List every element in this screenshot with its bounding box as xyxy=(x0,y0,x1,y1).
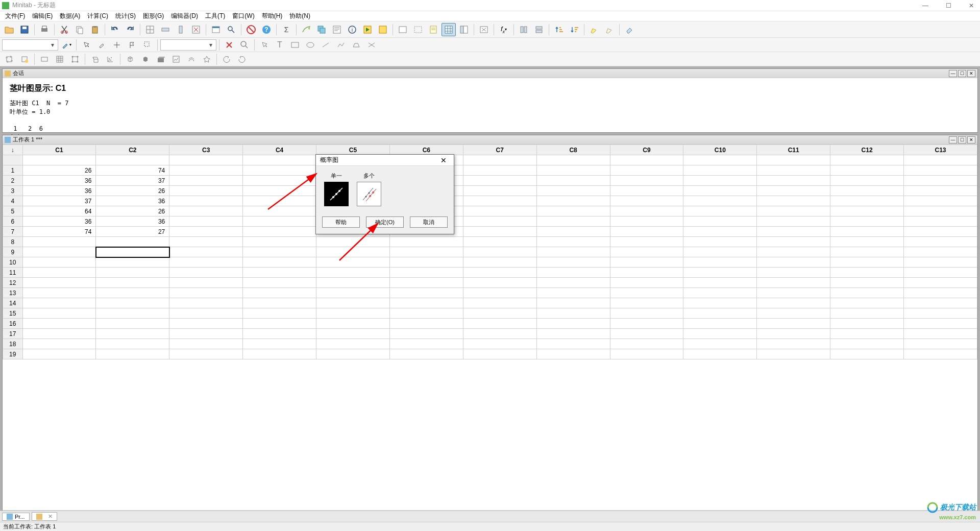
worksheet-close-button[interactable]: ✕ xyxy=(967,136,975,143)
cell-C1-17[interactable] xyxy=(22,329,96,339)
cell-C6-18[interactable] xyxy=(389,339,463,349)
assistant-icon[interactable] xyxy=(299,23,313,36)
cell-C11-1[interactable] xyxy=(757,165,830,176)
row-header-15[interactable]: 15 xyxy=(3,308,23,319)
cell-C1-9[interactable] xyxy=(22,247,96,257)
cancel-button[interactable]: 取消 xyxy=(410,216,448,228)
crop-gear-icon[interactable] xyxy=(17,53,32,66)
3d-scatter-icon[interactable] xyxy=(103,53,117,66)
crop2-icon[interactable] xyxy=(68,53,82,66)
col-name-C1[interactable] xyxy=(22,155,96,165)
cell-C1-11[interactable] xyxy=(22,268,96,278)
cell-C9-17[interactable] xyxy=(610,329,683,339)
cell-C5-12[interactable] xyxy=(316,278,390,288)
cell-C4-18[interactable] xyxy=(243,339,316,349)
cell-C10-5[interactable] xyxy=(683,206,757,216)
cell-C11-12[interactable] xyxy=(757,278,830,288)
row-header-11[interactable]: 11 xyxy=(3,268,23,278)
cell-C10-17[interactable] xyxy=(683,329,757,339)
cell-C7-14[interactable] xyxy=(463,298,536,308)
cell-C10-2[interactable] xyxy=(683,176,757,186)
cell-C1-1[interactable]: 26 xyxy=(22,165,96,176)
task-close-icon[interactable]: ✕ xyxy=(48,513,53,520)
cell-C2-19[interactable] xyxy=(96,349,169,359)
formula-icon[interactable]: fx▾ xyxy=(497,23,511,36)
menu-c[interactable]: 计算(C) xyxy=(84,11,111,21)
col-header-C11[interactable]: C11 xyxy=(757,145,830,155)
cell-C10-10[interactable] xyxy=(683,257,757,268)
cell-C1-18[interactable] xyxy=(22,339,96,349)
cell-C9-6[interactable] xyxy=(610,216,683,227)
cell-C10-8[interactable] xyxy=(683,237,757,247)
cell-C6-14[interactable] xyxy=(389,298,463,308)
info-icon[interactable]: i xyxy=(345,23,359,36)
copy-icon[interactable] xyxy=(72,23,87,36)
close-graphs-icon[interactable] xyxy=(477,23,491,36)
row-header-3[interactable]: 3 xyxy=(3,186,23,196)
worksheet-icon[interactable] xyxy=(442,23,456,36)
cell-C10-11[interactable] xyxy=(683,268,757,278)
cell-C12-19[interactable] xyxy=(830,349,904,359)
cell-C3-10[interactable] xyxy=(169,257,243,268)
run-icon[interactable] xyxy=(360,23,375,36)
cell-C5-16[interactable] xyxy=(316,319,390,329)
cell-C8-2[interactable] xyxy=(536,176,610,186)
col-header-C7[interactable]: C7 xyxy=(463,145,536,155)
row-header-5[interactable]: 5 xyxy=(3,206,23,216)
cell-C9-7[interactable] xyxy=(610,227,683,237)
corner-cell[interactable]: ↓ xyxy=(3,145,23,155)
cell-C9-19[interactable] xyxy=(610,349,683,359)
print-icon[interactable] xyxy=(37,23,52,36)
cell-C6-10[interactable] xyxy=(389,257,463,268)
cell-C7-1[interactable] xyxy=(463,165,536,176)
cell-C13-5[interactable] xyxy=(904,206,977,216)
cell-C13-12[interactable] xyxy=(904,278,977,288)
col-name-C8[interactable] xyxy=(536,155,610,165)
cell-C10-3[interactable] xyxy=(683,186,757,196)
cell-C9-13[interactable] xyxy=(610,288,683,298)
cell-C8-10[interactable] xyxy=(536,257,610,268)
cell-C4-13[interactable] xyxy=(243,288,316,298)
cell-C8-18[interactable] xyxy=(536,339,610,349)
col-name-C10[interactable] xyxy=(683,155,757,165)
cell-C3-15[interactable] xyxy=(169,308,243,319)
cell-C3-19[interactable] xyxy=(169,349,243,359)
cell-C12-6[interactable] xyxy=(830,216,904,227)
cell-C2-6[interactable]: 36 xyxy=(96,216,169,227)
cell-C2-5[interactable]: 26 xyxy=(96,206,169,216)
cell-C12-12[interactable] xyxy=(830,278,904,288)
col-header-C12[interactable]: C12 xyxy=(830,145,904,155)
menu-f[interactable]: 文件(F) xyxy=(2,11,28,21)
cell-C11-3[interactable] xyxy=(757,186,830,196)
find-icon[interactable] xyxy=(224,23,238,36)
cell-C5-17[interactable] xyxy=(316,329,390,339)
cell-C13-18[interactable] xyxy=(904,339,977,349)
cell-C11-6[interactable] xyxy=(757,216,830,227)
cell-C6-13[interactable] xyxy=(389,288,463,298)
pointer-icon[interactable] xyxy=(79,38,93,52)
task-session-button[interactable]: ✕ xyxy=(32,512,57,521)
cell-C7-10[interactable] xyxy=(463,257,536,268)
chart-icon[interactable] xyxy=(169,53,183,66)
last-dialog-icon[interactable] xyxy=(209,23,223,36)
cell-C5-13[interactable] xyxy=(316,288,390,298)
cell-C1-14[interactable] xyxy=(22,298,96,308)
cell-C4-1[interactable] xyxy=(243,165,316,176)
cell-C13-3[interactable] xyxy=(904,186,977,196)
cell-C13-17[interactable] xyxy=(904,329,977,339)
cell-C8-16[interactable] xyxy=(536,319,610,329)
cut-icon[interactable] xyxy=(57,23,71,36)
project-manager-icon[interactable] xyxy=(457,23,471,36)
cell-C8-15[interactable] xyxy=(536,308,610,319)
row-header-12[interactable]: 12 xyxy=(3,278,23,288)
cell-C2-11[interactable] xyxy=(96,268,169,278)
line-icon[interactable] xyxy=(318,38,333,52)
cell-C9-1[interactable] xyxy=(610,165,683,176)
col-header-C2[interactable]: C2 xyxy=(96,145,169,155)
row-header-18[interactable]: 18 xyxy=(3,339,23,349)
cell-C12-13[interactable] xyxy=(830,288,904,298)
cell-C2-17[interactable] xyxy=(96,329,169,339)
cell-C12-5[interactable] xyxy=(830,206,904,216)
col-name-C3[interactable] xyxy=(169,155,243,165)
col-header-C10[interactable]: C10 xyxy=(683,145,757,155)
